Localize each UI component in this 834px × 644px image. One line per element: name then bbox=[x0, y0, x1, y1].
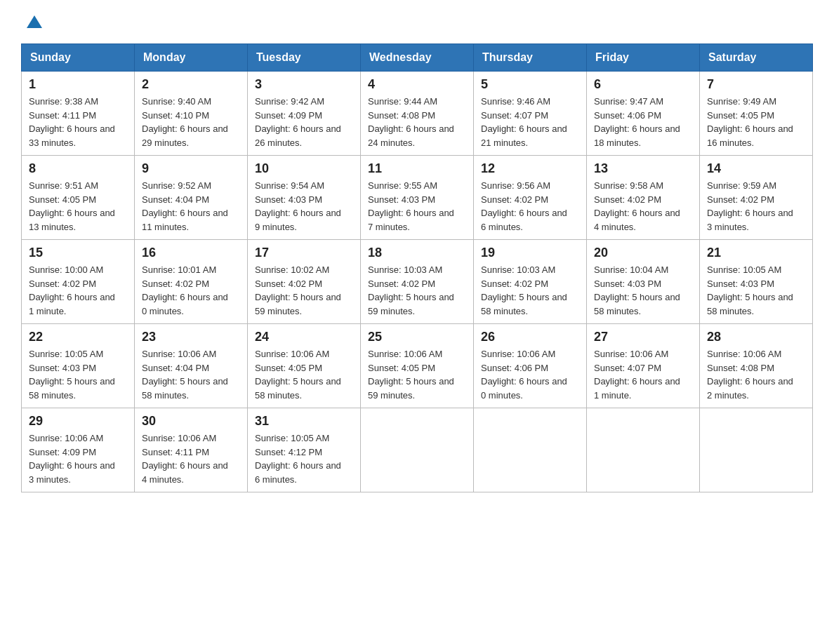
calendar-cell: 15Sunrise: 10:00 AMSunset: 4:02 PMDaylig… bbox=[22, 240, 135, 324]
calendar-cell: 21Sunrise: 10:05 AMSunset: 4:03 PMDaylig… bbox=[700, 240, 813, 324]
weekday-header-wednesday: Wednesday bbox=[361, 44, 474, 72]
day-number: 23 bbox=[142, 330, 240, 344]
day-number: 19 bbox=[481, 246, 579, 260]
day-number: 10 bbox=[255, 161, 353, 176]
day-info: Sunrise: 10:06 AMSunset: 4:06 PMDaylight… bbox=[481, 347, 579, 402]
calendar-header: SundayMondayTuesdayWednesdayThursdayFrid… bbox=[22, 44, 813, 72]
day-number: 24 bbox=[255, 330, 353, 344]
day-number: 22 bbox=[29, 330, 127, 344]
day-info: Sunrise: 9:47 AMSunset: 4:06 PMDaylight:… bbox=[594, 95, 692, 149]
day-number: 1 bbox=[29, 77, 127, 92]
day-info: Sunrise: 9:58 AMSunset: 4:02 PMDaylight:… bbox=[594, 179, 692, 234]
logo bbox=[21, 14, 42, 29]
day-number: 14 bbox=[707, 161, 805, 176]
weekday-header-friday: Friday bbox=[587, 44, 700, 72]
day-info: Sunrise: 9:56 AMSunset: 4:02 PMDaylight:… bbox=[481, 179, 579, 234]
calendar-cell: 27Sunrise: 10:06 AMSunset: 4:07 PMDaylig… bbox=[587, 324, 700, 408]
day-info: Sunrise: 10:06 AMSunset: 4:04 PMDaylight… bbox=[142, 347, 240, 402]
calendar-cell: 1Sunrise: 9:38 AMSunset: 4:11 PMDaylight… bbox=[22, 72, 135, 156]
day-info: Sunrise: 9:42 AMSunset: 4:09 PMDaylight:… bbox=[255, 95, 353, 149]
day-info: Sunrise: 10:05 AMSunset: 4:03 PMDaylight… bbox=[29, 347, 127, 402]
calendar-week-row: 1Sunrise: 9:38 AMSunset: 4:11 PMDaylight… bbox=[22, 72, 813, 156]
calendar-cell: 23Sunrise: 10:06 AMSunset: 4:04 PMDaylig… bbox=[135, 324, 248, 408]
calendar-cell: 10Sunrise: 9:54 AMSunset: 4:03 PMDayligh… bbox=[248, 156, 361, 240]
day-info: Sunrise: 10:05 AMSunset: 4:03 PMDaylight… bbox=[707, 263, 805, 318]
day-info: Sunrise: 9:44 AMSunset: 4:08 PMDaylight:… bbox=[368, 95, 466, 149]
calendar-cell bbox=[361, 408, 474, 492]
day-number: 2 bbox=[142, 77, 240, 92]
day-number: 4 bbox=[368, 77, 466, 92]
logo-text bbox=[21, 14, 42, 29]
day-number: 13 bbox=[594, 161, 692, 176]
calendar-cell: 24Sunrise: 10:06 AMSunset: 4:05 PMDaylig… bbox=[248, 324, 361, 408]
calendar-cell: 28Sunrise: 10:06 AMSunset: 4:08 PMDaylig… bbox=[700, 324, 813, 408]
calendar-cell: 18Sunrise: 10:03 AMSunset: 4:02 PMDaylig… bbox=[361, 240, 474, 324]
calendar-cell: 19Sunrise: 10:03 AMSunset: 4:02 PMDaylig… bbox=[474, 240, 587, 324]
calendar-body: 1Sunrise: 9:38 AMSunset: 4:11 PMDaylight… bbox=[22, 72, 813, 492]
calendar-cell: 14Sunrise: 9:59 AMSunset: 4:02 PMDayligh… bbox=[700, 156, 813, 240]
page-header bbox=[21, 14, 813, 29]
day-info: Sunrise: 10:03 AMSunset: 4:02 PMDaylight… bbox=[481, 263, 579, 318]
day-number: 17 bbox=[255, 246, 353, 260]
calendar-cell: 13Sunrise: 9:58 AMSunset: 4:02 PMDayligh… bbox=[587, 156, 700, 240]
calendar-cell: 6Sunrise: 9:47 AMSunset: 4:06 PMDaylight… bbox=[587, 72, 700, 156]
day-info: Sunrise: 9:46 AMSunset: 4:07 PMDaylight:… bbox=[481, 95, 579, 149]
day-number: 15 bbox=[29, 246, 127, 260]
day-info: Sunrise: 9:55 AMSunset: 4:03 PMDaylight:… bbox=[368, 179, 466, 234]
calendar-cell: 30Sunrise: 10:06 AMSunset: 4:11 PMDaylig… bbox=[135, 408, 248, 492]
day-info: Sunrise: 10:03 AMSunset: 4:02 PMDaylight… bbox=[368, 263, 466, 318]
calendar-cell: 16Sunrise: 10:01 AMSunset: 4:02 PMDaylig… bbox=[135, 240, 248, 324]
day-number: 25 bbox=[368, 330, 466, 344]
day-number: 28 bbox=[707, 330, 805, 344]
logo-block bbox=[21, 14, 42, 29]
day-number: 21 bbox=[707, 246, 805, 260]
calendar-cell: 31Sunrise: 10:05 AMSunset: 4:12 PMDaylig… bbox=[248, 408, 361, 492]
day-info: Sunrise: 10:06 AMSunset: 4:11 PMDaylight… bbox=[142, 431, 240, 486]
weekday-header-thursday: Thursday bbox=[474, 44, 587, 72]
day-info: Sunrise: 9:51 AMSunset: 4:05 PMDaylight:… bbox=[29, 179, 127, 234]
weekday-header-sunday: Sunday bbox=[22, 44, 135, 72]
calendar-cell: 4Sunrise: 9:44 AMSunset: 4:08 PMDaylight… bbox=[361, 72, 474, 156]
day-number: 11 bbox=[368, 161, 466, 176]
calendar-cell: 20Sunrise: 10:04 AMSunset: 4:03 PMDaylig… bbox=[587, 240, 700, 324]
day-info: Sunrise: 9:52 AMSunset: 4:04 PMDaylight:… bbox=[142, 179, 240, 234]
calendar-cell: 17Sunrise: 10:02 AMSunset: 4:02 PMDaylig… bbox=[248, 240, 361, 324]
day-info: Sunrise: 9:49 AMSunset: 4:05 PMDaylight:… bbox=[707, 95, 805, 149]
day-info: Sunrise: 10:06 AMSunset: 4:05 PMDaylight… bbox=[368, 347, 466, 402]
calendar-cell: 7Sunrise: 9:49 AMSunset: 4:05 PMDaylight… bbox=[700, 72, 813, 156]
day-info: Sunrise: 10:06 AMSunset: 4:09 PMDaylight… bbox=[29, 431, 127, 486]
calendar-week-row: 22Sunrise: 10:05 AMSunset: 4:03 PMDaylig… bbox=[22, 324, 813, 408]
calendar-table: SundayMondayTuesdayWednesdayThursdayFrid… bbox=[21, 43, 813, 492]
calendar-week-row: 29Sunrise: 10:06 AMSunset: 4:09 PMDaylig… bbox=[22, 408, 813, 492]
calendar-cell bbox=[587, 408, 700, 492]
calendar-cell: 3Sunrise: 9:42 AMSunset: 4:09 PMDaylight… bbox=[248, 72, 361, 156]
calendar-cell: 2Sunrise: 9:40 AMSunset: 4:10 PMDaylight… bbox=[135, 72, 248, 156]
day-info: Sunrise: 9:38 AMSunset: 4:11 PMDaylight:… bbox=[29, 95, 127, 149]
weekday-header-tuesday: Tuesday bbox=[248, 44, 361, 72]
calendar-cell: 22Sunrise: 10:05 AMSunset: 4:03 PMDaylig… bbox=[22, 324, 135, 408]
calendar-cell: 25Sunrise: 10:06 AMSunset: 4:05 PMDaylig… bbox=[361, 324, 474, 408]
calendar-week-row: 15Sunrise: 10:00 AMSunset: 4:02 PMDaylig… bbox=[22, 240, 813, 324]
day-number: 8 bbox=[29, 161, 127, 176]
day-number: 9 bbox=[142, 161, 240, 176]
day-info: Sunrise: 10:01 AMSunset: 4:02 PMDaylight… bbox=[142, 263, 240, 318]
day-number: 20 bbox=[594, 246, 692, 260]
calendar-cell bbox=[700, 408, 813, 492]
day-info: Sunrise: 10:06 AMSunset: 4:08 PMDaylight… bbox=[707, 347, 805, 402]
calendar-cell: 11Sunrise: 9:55 AMSunset: 4:03 PMDayligh… bbox=[361, 156, 474, 240]
day-info: Sunrise: 10:06 AMSunset: 4:05 PMDaylight… bbox=[255, 347, 353, 402]
calendar-cell: 8Sunrise: 9:51 AMSunset: 4:05 PMDaylight… bbox=[22, 156, 135, 240]
weekday-header-saturday: Saturday bbox=[700, 44, 813, 72]
day-number: 3 bbox=[255, 77, 353, 92]
calendar-cell bbox=[474, 408, 587, 492]
day-number: 5 bbox=[481, 77, 579, 92]
calendar-cell: 12Sunrise: 9:56 AMSunset: 4:02 PMDayligh… bbox=[474, 156, 587, 240]
day-number: 29 bbox=[29, 414, 127, 429]
logo-triangle-icon bbox=[27, 14, 42, 29]
day-number: 30 bbox=[142, 414, 240, 429]
day-info: Sunrise: 10:06 AMSunset: 4:07 PMDaylight… bbox=[594, 347, 692, 402]
calendar-cell: 26Sunrise: 10:06 AMSunset: 4:06 PMDaylig… bbox=[474, 324, 587, 408]
day-number: 7 bbox=[707, 77, 805, 92]
day-number: 31 bbox=[255, 414, 353, 429]
calendar-cell: 29Sunrise: 10:06 AMSunset: 4:09 PMDaylig… bbox=[22, 408, 135, 492]
